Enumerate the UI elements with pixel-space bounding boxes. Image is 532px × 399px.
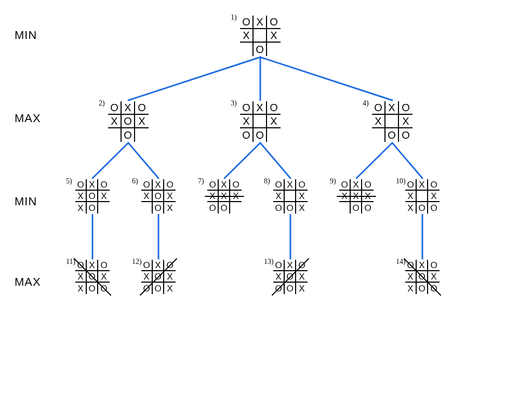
- board-6: OXOXOXOX: [141, 179, 176, 214]
- board-3: OXOXXOO: [240, 101, 281, 142]
- board-1-cell-2: O: [267, 16, 281, 29]
- node-label-2: 2): [99, 99, 105, 108]
- board-8-cell-6: O: [273, 202, 285, 214]
- board-10-cell-3: X: [405, 191, 417, 202]
- board-14-cell-3: X: [405, 271, 417, 283]
- board-12: OXOXOXOOX: [141, 260, 176, 294]
- board-9: OXOXXXOO: [339, 179, 374, 214]
- board-10-cell-5: X: [428, 191, 440, 202]
- board-9-cell-8: O: [362, 202, 374, 214]
- node-label-3: 3): [231, 99, 237, 108]
- board-14-cell-2: O: [428, 260, 440, 271]
- board-2-cell-1: X: [122, 101, 135, 115]
- board-3-cell-1: X: [254, 101, 267, 115]
- board-4-cell-3: X: [372, 115, 385, 128]
- edge-4-10: [392, 143, 422, 178]
- board-1-cell-1: X: [254, 16, 267, 29]
- edge-1-2: [128, 57, 260, 100]
- board-12-cell-3: X: [141, 271, 153, 283]
- board-11-cell-6: X: [75, 283, 87, 294]
- node-label-7: 7): [198, 177, 204, 185]
- board-5-cell-4: O: [87, 191, 98, 202]
- node-label-13: 13): [264, 258, 274, 266]
- board-1-cell-6: [240, 43, 254, 56]
- board-3-cell-5: X: [267, 115, 281, 128]
- board-2-cell-4: O: [122, 115, 135, 128]
- node-label-5: 5): [66, 177, 72, 185]
- board-13-cell-4: O: [285, 271, 296, 283]
- board-13-cell-8: X: [296, 283, 308, 294]
- board-4-cell-5: X: [399, 115, 413, 128]
- board-10-cell-4: [417, 191, 428, 202]
- board-10-cell-1: X: [417, 179, 428, 191]
- board-14-cell-7: O: [417, 283, 428, 294]
- board-2: OXOXOXO: [108, 101, 149, 142]
- board-4-cell-4: [385, 115, 399, 128]
- board-8-cell-8: X: [296, 202, 308, 214]
- board-9-cell-2: O: [362, 179, 374, 191]
- board-7-cell-4: X: [219, 191, 230, 202]
- board-4-cell-1: X: [385, 101, 399, 115]
- board-13-cell-5: X: [296, 271, 308, 283]
- board-13-cell-0: O: [273, 260, 285, 271]
- board-5: OXOXOXXO: [75, 179, 110, 214]
- board-1-cell-7: O: [254, 43, 267, 56]
- board-14-cell-5: X: [428, 271, 440, 283]
- board-10-cell-0: O: [405, 179, 417, 191]
- board-8-cell-2: O: [296, 179, 308, 191]
- board-8: OXOXXOOX: [273, 179, 308, 214]
- board-6-cell-1: X: [153, 179, 164, 191]
- board-6-cell-4: O: [153, 191, 164, 202]
- board-11-cell-1: X: [87, 260, 98, 271]
- board-12-cell-0: O: [141, 260, 153, 271]
- board-5-cell-2: O: [98, 179, 110, 191]
- board-3-cell-6: O: [240, 128, 254, 142]
- board-4-cell-6: [372, 128, 385, 142]
- edge-4-9: [356, 143, 392, 178]
- board-2-cell-3: X: [108, 115, 122, 128]
- node-label-10: 10): [396, 177, 406, 185]
- board-2-cell-5: X: [135, 115, 149, 128]
- board-11: OXOXOXXOO: [75, 260, 110, 294]
- board-13-cell-7: O: [285, 283, 296, 294]
- node-label-11: 11): [66, 258, 75, 266]
- board-3-cell-3: X: [240, 115, 254, 128]
- board-12-cell-2: O: [164, 260, 176, 271]
- node-label-4: 4): [363, 99, 369, 108]
- board-12-cell-1: X: [153, 260, 164, 271]
- board-3-cell-4: [254, 115, 267, 128]
- board-14-cell-8: O: [428, 283, 440, 294]
- board-14: OXOXOXXOO: [405, 260, 440, 294]
- board-8-cell-0: O: [273, 179, 285, 191]
- board-7-cell-8: [230, 202, 242, 214]
- board-9-cell-6: [339, 202, 351, 214]
- board-10-cell-8: O: [428, 202, 440, 214]
- board-13-cell-1: X: [285, 260, 296, 271]
- level-label-min-0: MIN: [15, 29, 37, 42]
- board-6-cell-2: O: [164, 179, 176, 191]
- board-8-cell-3: X: [273, 191, 285, 202]
- board-1-cell-5: X: [267, 29, 281, 43]
- board-9-cell-5: X: [362, 191, 374, 202]
- board-7-cell-1: X: [219, 179, 230, 191]
- board-2-cell-2: O: [135, 101, 149, 115]
- board-11-cell-8: O: [98, 283, 110, 294]
- board-10-cell-2: O: [428, 179, 440, 191]
- edge-2-5: [92, 143, 128, 178]
- board-12-cell-8: X: [164, 283, 176, 294]
- board-7-cell-3: X: [207, 191, 219, 202]
- board-4-cell-7: O: [385, 128, 399, 142]
- board-5-cell-7: O: [87, 202, 98, 214]
- board-6-cell-3: X: [141, 191, 153, 202]
- level-label-min-2: MIN: [15, 195, 37, 208]
- board-13-cell-3: X: [273, 271, 285, 283]
- node-label-8: 8): [264, 177, 270, 185]
- board-14-cell-0: O: [405, 260, 417, 271]
- board-7-cell-6: O: [207, 202, 219, 214]
- node-label-1: 1): [231, 14, 237, 22]
- board-9-cell-3: X: [339, 191, 351, 202]
- board-7-cell-5: X: [230, 191, 242, 202]
- board-1-cell-3: X: [240, 29, 254, 43]
- board-5-cell-6: X: [75, 202, 87, 214]
- board-6-cell-6: [141, 202, 153, 214]
